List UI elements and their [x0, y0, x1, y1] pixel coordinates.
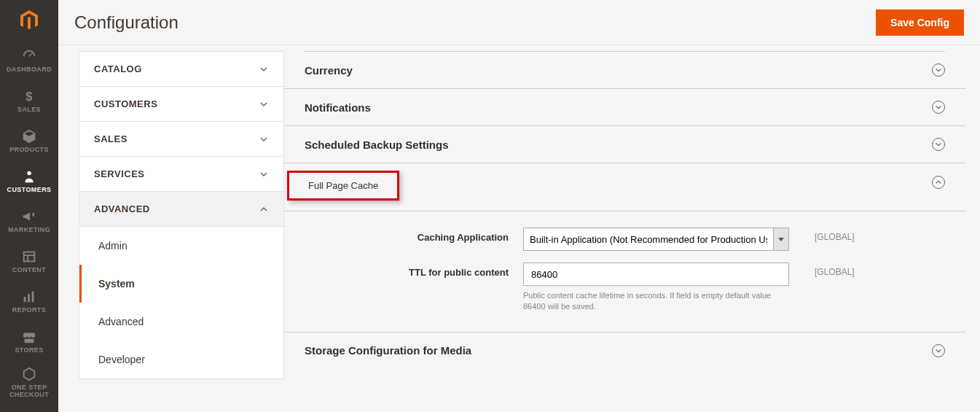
- admin-left-nav: DASHBOARD $ SALES PRODUCTS CUSTOMERS MAR…: [0, 0, 58, 412]
- page-header: Configuration Save Config: [58, 0, 980, 45]
- chevron-down-icon: [259, 64, 269, 74]
- caching-application-select[interactable]: Built-in Application (Not Recommended fo…: [523, 228, 789, 251]
- nav-label: PRODUCTS: [9, 147, 49, 154]
- store-icon: [21, 329, 37, 345]
- nav-label: CONTENT: [12, 267, 46, 274]
- config-sidebar: CATALOG CUSTOMERS SALES SERVICES ADVANCE…: [79, 51, 284, 379]
- item-label: System: [98, 278, 135, 289]
- hexagon-icon: [21, 366, 37, 382]
- section-storage-media[interactable]: Storage Configuration for Media: [284, 333, 965, 369]
- person-icon: [21, 168, 37, 184]
- group-label: CATALOG: [94, 63, 142, 74]
- field-ttl: TTL for public content Public content ca…: [305, 263, 945, 313]
- nav-label: CUSTOMERS: [7, 187, 52, 194]
- item-label: Admin: [98, 240, 128, 252]
- nav-content[interactable]: CONTENT: [0, 241, 58, 281]
- svg-marker-9: [778, 238, 784, 241]
- group-label: CUSTOMERS: [94, 98, 157, 109]
- page-title: Configuration: [74, 12, 179, 33]
- select-input[interactable]: Built-in Application (Not Recommended fo…: [523, 228, 774, 251]
- scope-label: [GLOBAL]: [789, 263, 855, 277]
- nav-reports[interactable]: REPORTS: [0, 281, 58, 322]
- expand-icon: [932, 63, 945, 77]
- nav-label: DASHBOARD: [7, 66, 52, 74]
- nav-sales[interactable]: $ SALES: [0, 81, 58, 121]
- nav-marketing[interactable]: MARKETING: [0, 201, 58, 241]
- box-icon: [21, 128, 37, 144]
- svg-point-1: [27, 171, 31, 176]
- section-scheduled-backup[interactable]: Scheduled Backup Settings: [284, 126, 965, 163]
- config-group-customers[interactable]: CUSTOMERS: [79, 87, 283, 122]
- megaphone-icon: [21, 209, 37, 225]
- nav-label: MARKETING: [8, 227, 50, 234]
- section-notifications[interactable]: Notifications: [284, 89, 965, 126]
- section-title: Scheduled Backup Settings: [305, 139, 449, 151]
- section-title: Notifications: [305, 101, 371, 114]
- nav-customers[interactable]: CUSTOMERS: [0, 161, 58, 201]
- chevron-down-icon: [259, 99, 269, 109]
- nav-label: SALES: [17, 106, 41, 114]
- svg-rect-2: [24, 252, 35, 262]
- scope-label: [GLOBAL]: [789, 228, 855, 242]
- expand-icon: [932, 138, 945, 151]
- chevron-down-icon: [259, 169, 269, 179]
- item-label: Developer: [98, 354, 145, 365]
- section-title: Storage Configuration for Media: [305, 344, 471, 357]
- svg-rect-6: [28, 294, 30, 302]
- config-item-advanced[interactable]: Advanced: [79, 303, 283, 341]
- config-item-system[interactable]: System: [79, 265, 283, 303]
- dashboard-icon: [21, 48, 37, 64]
- dollar-icon: $: [21, 88, 37, 104]
- expand-icon: [932, 344, 945, 357]
- nav-label: ONE STEP CHECKOUT: [9, 384, 49, 399]
- field-caching-application: Caching Application Built-in Application…: [305, 228, 945, 251]
- ttl-input[interactable]: [523, 263, 789, 286]
- nav-dashboard[interactable]: DASHBOARD: [0, 41, 58, 81]
- nav-products[interactable]: PRODUCTS: [0, 121, 58, 161]
- nav-onestep[interactable]: ONE STEP CHECKOUT: [0, 362, 58, 403]
- chevron-up-icon: [259, 204, 269, 214]
- section-currency[interactable]: Currency: [284, 52, 965, 89]
- config-group-catalog[interactable]: CATALOG: [79, 52, 283, 87]
- highlighted-section-title: Full Page Cache: [287, 171, 399, 201]
- nav-stores[interactable]: STORES: [0, 322, 58, 362]
- collapse-icon: [932, 176, 945, 189]
- config-group-services[interactable]: SERVICES: [79, 157, 283, 192]
- bar-chart-icon: [21, 289, 37, 305]
- config-item-developer[interactable]: Developer: [79, 341, 283, 378]
- chevron-down-icon: [259, 134, 269, 144]
- svg-rect-7: [32, 292, 34, 303]
- field-hint: Public content cache lifetime in seconds…: [523, 290, 785, 313]
- main-content: Currency Notifications Scheduled Backup …: [284, 51, 965, 412]
- svg-marker-8: [24, 368, 35, 381]
- svg-text:$: $: [26, 90, 33, 103]
- group-label: SALES: [94, 133, 128, 144]
- field-label: Caching Application: [305, 228, 523, 243]
- magento-logo-icon[interactable]: [0, 0, 58, 41]
- nav-label: REPORTS: [12, 307, 46, 314]
- section-title: Currency: [305, 64, 353, 77]
- section-full-page-cache[interactable]: Full Page Cache: [284, 163, 965, 211]
- expand-icon: [932, 101, 945, 114]
- save-config-button[interactable]: Save Config: [876, 9, 964, 36]
- field-label: TTL for public content: [305, 263, 523, 278]
- section-title: Full Page Cache: [308, 180, 378, 191]
- config-group-sales[interactable]: SALES: [79, 122, 283, 157]
- config-group-advanced[interactable]: ADVANCED: [79, 192, 283, 227]
- layout-icon: [21, 249, 37, 265]
- group-label: SERVICES: [94, 168, 145, 179]
- dropdown-arrow-icon: [774, 228, 789, 251]
- nav-label: STORES: [15, 347, 43, 354]
- item-label: Advanced: [98, 316, 144, 327]
- svg-rect-5: [24, 297, 26, 302]
- group-label: ADVANCED: [94, 203, 150, 214]
- config-item-admin[interactable]: Admin: [79, 227, 283, 265]
- full-page-cache-form: Caching Application Built-in Application…: [284, 211, 965, 333]
